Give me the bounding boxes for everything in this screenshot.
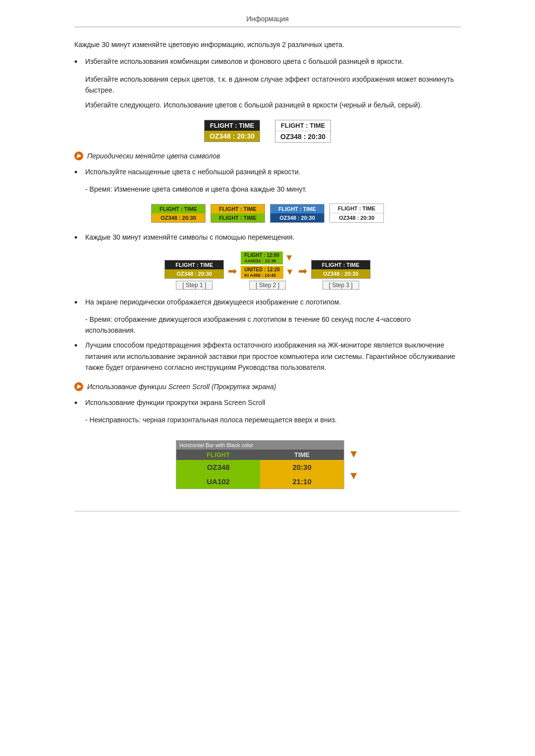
- flight-box-blue: FLIGHT : TIME OZ348 : 20:30: [270, 204, 324, 223]
- section2-header: ▶ Периодически меняйте цвета символов: [74, 151, 461, 160]
- sub-text-6a: - Неисправность: черная горизонтальная п…: [85, 414, 461, 425]
- diagram-1: FLIGHT : TIME OZ348 : 20:30 FLIGHT : TIM…: [74, 120, 461, 143]
- scroll-arrow-down: ▼: [348, 469, 359, 482]
- page-divider: [74, 511, 461, 511]
- sub-text-1a: Избегайте использования серых цветов, т.…: [85, 74, 461, 96]
- bullet-item-4: • На экране периодически отображается дв…: [74, 297, 461, 309]
- intro-text: Каждые 30 минут изменяйте цветовую инфор…: [74, 39, 461, 50]
- bullet-content-1: Избегайте использования комбинации симво…: [85, 56, 461, 67]
- scroll-r1-c1: OZ348: [176, 460, 260, 474]
- page-title: Информация: [246, 15, 289, 23]
- sub-text-1b: Избегайте следующего. Использование цвет…: [85, 100, 461, 110]
- step3-r1: FLIGHT : TIME: [312, 260, 370, 269]
- scroll-col2-header: TIME: [260, 450, 344, 460]
- flight-box-light-row2: OZ348 : 20:30: [275, 131, 330, 142]
- flight-box-dark: FLIGHT : TIME OZ348 : 20:30: [204, 120, 260, 142]
- step3-label: [ Step 3 ]: [322, 281, 359, 290]
- bullet-item-3: • Каждые 30 минут изменяйте символы с по…: [74, 232, 461, 244]
- scroll-col1-header: FLIGHT: [176, 450, 260, 460]
- step3-flight: FLIGHT : TIME OZ348 : 20:30: [311, 260, 371, 279]
- bullet-content-3: Каждые 30 минут изменяйте символы с помо…: [85, 232, 461, 243]
- scroll-arrow-up: ▼: [348, 448, 359, 460]
- step2-down-arrow2: ▼: [285, 267, 294, 277]
- step2-row1: FLIGHT : 12:00AA0034 : 12:36 ▼: [241, 252, 294, 264]
- bullet-dot-5: •: [74, 340, 83, 352]
- scroll-r2-c1: UA102: [176, 474, 260, 489]
- step3-r2: OZ348 : 20:30: [312, 269, 370, 278]
- section3-header: ▶ Использование функции Screen Scroll (П…: [74, 382, 461, 391]
- step1-box: FLIGHT : TIME OZ348 : 20:30 [ Step 1 ]: [164, 260, 224, 290]
- fb-blue-r2: OZ348 : 20:30: [270, 213, 324, 222]
- arrow-2-icon: ➡: [298, 265, 307, 278]
- step1-r2: OZ348 : 20:30: [165, 269, 223, 278]
- flight-box-yellow: FLIGHT : TIME FLIGHT : TIME: [211, 204, 265, 223]
- flight-box-dark-row1: FLIGHT : TIME: [205, 120, 260, 131]
- bullet-item-5: • Лучшим способом предотвращения эффекта…: [74, 340, 461, 373]
- arrow-1-icon: ➡: [228, 265, 237, 278]
- fb-yellow-r1: FLIGHT : TIME: [211, 204, 265, 213]
- bullet-dot-2: •: [74, 166, 83, 179]
- flight-box-green: FLIGHT : TIME OZ348 : 20:30: [151, 204, 206, 223]
- bullet-item-2: • Используйте насыщенные цвета с небольш…: [74, 166, 461, 179]
- flight-box-white: FLIGHT : TIME OZ348 : 20:30: [329, 203, 384, 223]
- fb-green-r1: FLIGHT : TIME: [152, 204, 205, 213]
- flight-box-light-row1: FLIGHT : TIME: [275, 120, 330, 131]
- step2-r2c1: UNITED : 12:20KI A456 : 14:45: [241, 266, 283, 279]
- bullet-dot-3: •: [74, 232, 83, 244]
- bullet-content-5: Лучшим способом предотвращения эффекта о…: [85, 340, 461, 373]
- bullet-dot-6: •: [74, 397, 83, 409]
- sub-text-4a: - Время: отображение движущегося изображ…: [85, 314, 461, 336]
- fb-white-r1: FLIGHT : TIME: [330, 204, 383, 213]
- step2-content: FLIGHT : 12:00AA0034 : 12:36 ▼ UNITED : …: [241, 252, 294, 279]
- step1-label: [ Step 1 ]: [176, 281, 213, 290]
- page-header: Информация: [74, 15, 461, 27]
- bullet-item-1: • Избегайте использования комбинации сим…: [74, 56, 461, 68]
- fb-green-r2: OZ348 : 20:30: [152, 213, 205, 222]
- flight-box-light: FLIGHT : TIME OZ348 : 20:30: [275, 120, 331, 143]
- flight-box-dark-row2: OZ348 : 20:30: [205, 131, 260, 142]
- step1-flight: FLIGHT : TIME OZ348 : 20:30: [164, 260, 224, 279]
- scroll-r2-c2: 21:10: [260, 474, 344, 489]
- step2-row2: UNITED : 12:20KI A456 : 14:45 ▼: [241, 266, 294, 279]
- scroll-row1: OZ348 20:30: [176, 460, 344, 474]
- step2-down-arrow1: ▼: [285, 252, 294, 263]
- scroll-diagram-container: Horizontal Bar with Black color FLIGHT T…: [176, 433, 359, 496]
- bullet-dot-4: •: [74, 297, 83, 309]
- step2-label: [ Step 2 ]: [249, 281, 286, 290]
- scroll-arrows: ▼ ▼: [348, 448, 359, 482]
- bullet-content-4: На экране периодически отображается движ…: [85, 297, 461, 307]
- fb-yellow-r2: FLIGHT : TIME: [211, 213, 265, 222]
- bullet-content-6: Использование функции прокрутки экрана S…: [85, 397, 461, 408]
- step3-box: FLIGHT : TIME OZ348 : 20:30 [ Step 3 ]: [311, 260, 371, 290]
- bullet-item-6: • Использование функции прокрутки экрана…: [74, 397, 461, 409]
- scroll-diagram-wrapper: Horizontal Bar with Black color FLIGHT T…: [74, 433, 461, 496]
- orange-circle-icon: ▶: [74, 151, 83, 160]
- orange-circle-icon-2: ▶: [74, 382, 83, 391]
- scroll-header: Horizontal Bar with Black color: [176, 441, 344, 450]
- step1-r1: FLIGHT : TIME: [165, 260, 223, 269]
- bullet-content-2: Используйте насыщенные цвета с небольшой…: [85, 166, 461, 177]
- scroll-row2: UA102 21:10: [176, 474, 344, 489]
- fb-blue-r1: FLIGHT : TIME: [270, 204, 324, 213]
- scroll-sub-header: FLIGHT TIME: [176, 450, 344, 460]
- step2-r1c1: FLIGHT : 12:00AA0034 : 12:36: [241, 252, 283, 264]
- scroll-diagram: Horizontal Bar with Black color FLIGHT T…: [176, 440, 344, 489]
- step-diagram: FLIGHT : TIME OZ348 : 20:30 [ Step 1 ] ➡…: [74, 252, 461, 290]
- scroll-r1-c2: 20:30: [260, 460, 344, 474]
- fb-white-r2: OZ348 : 20:30: [330, 213, 383, 222]
- diagram-2: FLIGHT : TIME OZ348 : 20:30 FLIGHT : TIM…: [74, 203, 461, 223]
- sub-text-2a: - Время: Изменение цвета символов и цвет…: [85, 184, 461, 195]
- step2-box: FLIGHT : 12:00AA0034 : 12:36 ▼ UNITED : …: [241, 252, 294, 290]
- bullet-dot-1: •: [74, 56, 83, 68]
